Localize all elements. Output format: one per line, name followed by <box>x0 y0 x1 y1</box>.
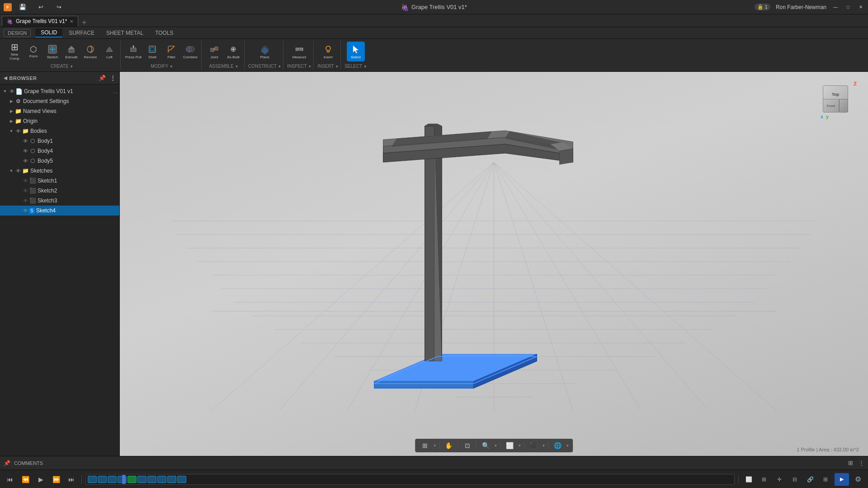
orbit-button[interactable]: ✋ <box>443 440 455 451</box>
cube-right-face[interactable] <box>839 99 848 113</box>
browser-item-sketch2[interactable]: 👁 ⬛ Sketch2 <box>0 186 119 196</box>
timeline-feature-8[interactable] <box>157 476 166 483</box>
bodies-eye-icon[interactable]: 👁 <box>14 127 22 135</box>
timeline-feature-10[interactable] <box>177 476 186 483</box>
create-form-button[interactable]: ⬡ Form <box>24 42 42 61</box>
browser-item-bodies[interactable]: 👁 📁 Bodies <box>0 126 119 136</box>
measure-button[interactable]: Measure <box>290 42 308 61</box>
undo-button[interactable]: ↩ <box>33 0 48 14</box>
browser-item-doc-settings[interactable]: ⚙ Document Settings <box>0 96 119 106</box>
tab-solid[interactable]: SOLID <box>35 28 62 38</box>
browser-item-sketches[interactable]: 👁 📁 Sketches <box>0 166 119 176</box>
as-built-joint-button[interactable]: As-Built <box>224 42 242 61</box>
timeline-end-button[interactable]: ⏭ <box>65 473 78 486</box>
timeline-prev-button[interactable]: ⏪ <box>19 473 32 486</box>
browser-item-named-views[interactable]: 📁 Named Views <box>0 106 119 116</box>
tab-sheet-metal[interactable]: SHEET METAL <box>101 29 149 37</box>
browser-item-sketch1[interactable]: 👁 ⬛ Sketch1 <box>0 176 119 186</box>
tab-tools[interactable]: TOOLS <box>150 29 179 37</box>
visual-style-button[interactable]: ⬛ <box>527 440 540 451</box>
browser-item-body1[interactable]: 👁 ⬡ Body1 <box>0 136 119 146</box>
sketches-eye-icon[interactable]: 👁 <box>14 167 22 174</box>
visual-style-dropdown[interactable]: ▼ <box>542 444 545 448</box>
comments-expand-icon[interactable]: ⊞ <box>848 460 853 466</box>
browser-menu-icon[interactable]: ⋮ <box>110 75 116 81</box>
offset-plane-button[interactable]: Plane <box>256 42 274 61</box>
sketch4-eye-icon[interactable]: 👁 <box>22 207 29 214</box>
timeline-feature-3[interactable] <box>108 476 117 483</box>
sketch1-eye-icon[interactable]: 👁 <box>22 177 29 184</box>
display-mode-dropdown[interactable]: ▼ <box>518 444 522 448</box>
sketch-button[interactable]: Sketch <box>43 42 61 61</box>
design-dropdown[interactable]: DESIGN <box>4 29 31 37</box>
timeline-marquee-button[interactable]: ⬜ <box>742 473 755 486</box>
timeline-settings-button[interactable]: ⚙ <box>852 473 864 486</box>
browser-item-body4[interactable]: 👁 ⬡ Body4 <box>0 146 119 156</box>
revolve-button[interactable]: Revolve <box>81 42 99 61</box>
timeline-filter-button[interactable]: ⊞ <box>819 473 832 486</box>
combine-button[interactable]: Combine <box>181 42 199 61</box>
comments-options-icon[interactable]: ⋮ <box>859 460 864 466</box>
extrude-button[interactable]: Extrude <box>62 42 80 61</box>
browser-item-sketch3[interactable]: 👁 ⬛ Sketch3 <box>0 196 119 206</box>
timeline-feature-1[interactable] <box>88 476 97 483</box>
timeline-feature-7[interactable] <box>147 476 156 483</box>
select-button[interactable]: Select <box>347 42 365 61</box>
grid-snap-dropdown[interactable]: ▼ <box>433 444 437 448</box>
sketch3-eye-icon[interactable]: 👁 <box>22 197 29 204</box>
timeline-feature-5[interactable] <box>127 476 137 483</box>
zoom-dropdown[interactable]: ▼ <box>494 444 498 448</box>
timeline-move-button[interactable]: ✛ <box>773 473 786 486</box>
body5-eye-icon[interactable]: 👁 <box>22 157 29 164</box>
browser-collapse-icon[interactable]: ◀ <box>4 75 8 80</box>
new-tab-button[interactable]: + <box>80 19 88 27</box>
body1-eye-icon[interactable]: 👁 <box>22 137 29 145</box>
save-button[interactable]: 💾 <box>15 0 30 14</box>
browser-item-root[interactable]: 👁 📄 Grape Trellis V01 v1 … <box>0 86 119 96</box>
timeline-next-button[interactable]: ⏩ <box>50 473 62 486</box>
root-options-icon[interactable]: … <box>113 89 118 94</box>
minimize-button[interactable]: — <box>832 4 839 11</box>
browser-item-sketch4[interactable]: 👁 S Sketch4 <box>0 206 119 216</box>
sketch2-eye-icon[interactable]: 👁 <box>22 187 29 194</box>
insert-button[interactable]: Insert <box>319 42 337 61</box>
shell-button[interactable]: Shell <box>143 42 161 61</box>
maximize-button[interactable]: □ <box>844 4 852 11</box>
timeline-feature-2[interactable] <box>98 476 107 483</box>
redo-button[interactable]: ↪ <box>52 0 66 14</box>
zoom-button[interactable]: 🔍 <box>480 440 492 451</box>
press-pull-button[interactable]: Press Pull <box>124 42 142 61</box>
fillet-button[interactable]: Fillet <box>162 42 180 61</box>
tab-grape-trellis[interactable]: 🍇 Grape Trellis V01 v1* ✕ <box>2 16 78 27</box>
timeline-snap-button[interactable]: ⊟ <box>788 473 801 486</box>
timeline-feature-6[interactable] <box>137 476 146 483</box>
grid-snap-button[interactable]: ⊞ <box>419 440 431 451</box>
viewcube[interactable]: Top Front x y Z <box>818 81 859 122</box>
joint-button[interactable]: Joint <box>205 42 223 61</box>
timeline-link-button[interactable]: 🔗 <box>804 473 816 486</box>
body4-eye-icon[interactable]: 👁 <box>22 147 29 155</box>
tab-surface[interactable]: SURFACE <box>63 29 100 37</box>
timeline-indicator-button[interactable]: ▶ <box>835 473 849 486</box>
timeline-start-button[interactable]: ⏮ <box>4 473 16 486</box>
timeline-select-button[interactable]: ⊞ <box>758 473 770 486</box>
browser-item-origin[interactable]: 📁 Origin <box>0 116 119 126</box>
environment-dropdown[interactable]: ▼ <box>566 444 569 448</box>
timeline-play-button[interactable]: ▶ <box>34 473 47 486</box>
sketch4-arrow <box>15 207 22 214</box>
browser-item-body5[interactable]: 👁 ⬡ Body5 <box>0 156 119 166</box>
environment-button[interactable]: 🌐 <box>551 440 564 451</box>
new-component-button[interactable]: ⊞ New Comp <box>5 42 24 61</box>
timeline-feature-9[interactable] <box>167 476 176 483</box>
browser-pin-icon[interactable]: 📌 <box>99 75 106 81</box>
display-mode-button[interactable]: ⬜ <box>504 440 516 451</box>
cube-front-face[interactable]: Front <box>823 99 839 113</box>
vp-sep-2 <box>458 441 458 450</box>
zoom-fit-button[interactable]: ⊡ <box>461 440 474 451</box>
close-button[interactable]: ✕ <box>857 4 864 11</box>
tab-close-icon[interactable]: ✕ <box>70 19 73 24</box>
root-eye-icon[interactable]: 👁 <box>8 88 15 95</box>
more-create-button[interactable]: Loft <box>100 42 118 61</box>
viewport[interactable]: Top Front x y Z ⊞ ▼ ✋ ⊡ 🔍 ▼ <box>120 72 868 456</box>
timeline-track[interactable] <box>85 474 735 485</box>
